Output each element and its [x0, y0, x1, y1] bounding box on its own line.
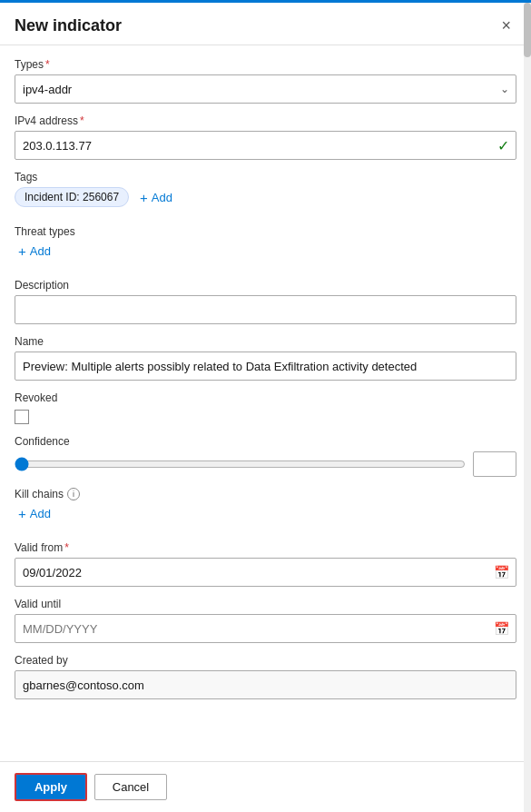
revoked-label: Revoked — [15, 391, 516, 404]
valid-until-field-group: Valid until 📅 — [15, 598, 516, 643]
tag-chip: Incident ID: 256067 — [15, 187, 129, 207]
plus-icon: + — [140, 190, 148, 205]
add-kill-chain-button[interactable]: + Add — [15, 504, 54, 523]
ipv4-input[interactable] — [15, 131, 516, 160]
add-threat-type-button[interactable]: + Add — [15, 242, 54, 261]
threat-types-field-group: Threat types + Add — [15, 225, 516, 261]
plus-icon: + — [18, 243, 26, 259]
info-icon: i — [67, 488, 80, 500]
dialog-footer: Apply Cancel — [0, 761, 531, 812]
name-input[interactable] — [15, 352, 516, 381]
tags-label: Tags — [15, 171, 516, 183]
add-tag-button[interactable]: + Add — [136, 188, 176, 207]
revoked-checkbox[interactable] — [15, 410, 29, 424]
valid-until-input[interactable] — [15, 614, 516, 643]
valid-from-label: Valid from* — [15, 541, 516, 554]
cancel-button[interactable]: Cancel — [94, 774, 167, 800]
valid-until-input-wrapper: 📅 — [15, 614, 516, 643]
confidence-row — [15, 451, 516, 477]
ipv4-label: IPv4 address* — [15, 114, 516, 127]
tags-field-group: Tags Incident ID: 256067 + Add — [15, 171, 516, 207]
confidence-value-input[interactable] — [473, 451, 516, 477]
threat-types-label: Threat types — [15, 225, 516, 238]
created-by-field-group: Created by — [15, 654, 516, 699]
new-indicator-dialog: New indicator × Types* ipv4-addr ⌄ IPv4 … — [0, 0, 531, 812]
types-label: Types* — [15, 58, 516, 71]
dialog-header: New indicator × — [0, 3, 531, 45]
check-icon: ✓ — [497, 137, 509, 154]
confidence-label: Confidence — [15, 435, 516, 448]
created-by-input — [15, 670, 516, 699]
kill-chains-label: Kill chains — [15, 488, 64, 500]
apply-button[interactable]: Apply — [15, 773, 87, 801]
description-field-group: Description — [15, 279, 516, 324]
valid-from-input-wrapper: 📅 — [15, 558, 516, 587]
description-input[interactable] — [15, 295, 516, 324]
revoked-field-group: Revoked — [15, 391, 516, 424]
name-field-group: Name — [15, 335, 516, 381]
kill-chains-field-group: Kill chains i + Add — [15, 488, 516, 523]
ipv4-field-group: IPv4 address* ✓ — [15, 114, 516, 160]
dialog-title: New indicator — [15, 16, 122, 35]
types-select-wrapper: ipv4-addr ⌄ — [15, 74, 516, 104]
name-label: Name — [15, 335, 516, 348]
types-field-group: Types* ipv4-addr ⌄ — [15, 58, 516, 104]
description-label: Description — [15, 279, 516, 292]
valid-until-label: Valid until — [15, 598, 516, 610]
scrollbar-track — [524, 3, 531, 812]
created-by-label: Created by — [15, 654, 516, 667]
revoked-row — [15, 408, 516, 424]
close-button[interactable]: × — [496, 15, 516, 35]
tags-row: Incident ID: 256067 + Add — [15, 187, 516, 207]
valid-from-input[interactable] — [15, 558, 516, 587]
dialog-body: Types* ipv4-addr ⌄ IPv4 address* ✓ Tags — [0, 45, 531, 761]
types-select[interactable]: ipv4-addr — [15, 74, 516, 104]
kill-chains-label-row: Kill chains i — [15, 488, 516, 500]
plus-icon: + — [18, 506, 26, 521]
confidence-slider[interactable] — [15, 457, 466, 471]
valid-from-field-group: Valid from* 📅 — [15, 541, 516, 587]
ipv4-input-wrapper: ✓ — [15, 131, 516, 160]
confidence-field-group: Confidence — [15, 435, 516, 477]
scrollbar-thumb[interactable] — [524, 3, 531, 57]
